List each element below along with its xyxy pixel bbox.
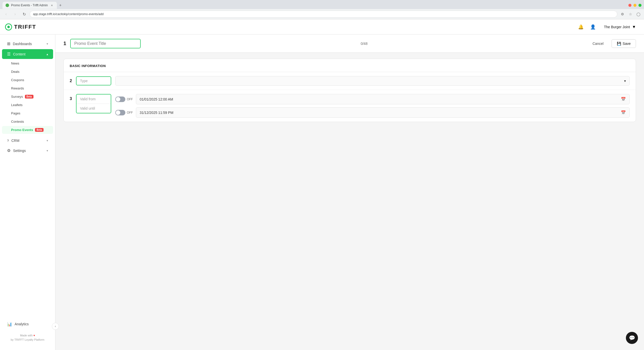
valid-until-toggle-track[interactable]: [115, 110, 125, 115]
sidebar-item-analytics[interactable]: 📊 Analytics: [2, 319, 53, 329]
content-area: 1 0/48 Cancel 💾 Save BASIC INFORMATION 2: [55, 35, 644, 350]
save-icon: 💾: [617, 42, 621, 46]
valid-from-toggle-track[interactable]: [115, 97, 125, 102]
sidebar-item-leaflets[interactable]: Leaflets: [2, 101, 53, 109]
promo-event-title-input[interactable]: [70, 39, 141, 48]
tab-bar: Promo Events - Trifft Admin ✕ +: [0, 0, 644, 9]
logo: TRIFFT: [5, 23, 36, 30]
tab-title: Promo Events - Trifft Admin: [11, 4, 48, 7]
app: TRIFFT 🔔 👤 The Burger Joint ▼ ⊞ Dashboar…: [0, 19, 644, 350]
valid-until-label: Valid until: [77, 104, 111, 113]
surveys-beta-badge: Beta: [25, 95, 33, 99]
user-menu-chevron: ▼: [632, 25, 636, 29]
valid-from-label: Valid from: [77, 94, 111, 104]
valid-from-toggle-label: OFF: [127, 98, 133, 101]
window-maximize[interactable]: [638, 4, 641, 7]
valid-from-toggle[interactable]: OFF: [115, 97, 133, 102]
crm-chevron: ▾: [47, 139, 48, 142]
sidebar-item-deals[interactable]: Deals: [2, 68, 53, 76]
validity-labels: Valid from Valid until: [76, 94, 111, 113]
footer-line2: by TRIFFT Loyalty Platform: [5, 338, 50, 342]
sidebar-item-rewards[interactable]: Rewards: [2, 84, 53, 92]
window-minimize[interactable]: [633, 4, 636, 7]
logo-text: TRIFFT: [14, 24, 36, 30]
sidebar-item-dashboards[interactable]: ⊞ Dashboards ▾: [2, 39, 53, 49]
back-button[interactable]: ‹: [3, 11, 10, 18]
page-header: 1 0/48 Cancel 💾 Save: [55, 35, 644, 53]
refresh-button[interactable]: ↻: [21, 11, 28, 18]
sidebar-item-surveys[interactable]: Surveys Beta: [2, 93, 53, 101]
user-menu[interactable]: The Burger Joint ▼: [601, 23, 639, 31]
news-label: News: [11, 61, 19, 65]
restaurant-name: The Burger Joint: [604, 25, 630, 29]
char-count: 0/48: [145, 42, 583, 46]
extension-icon[interactable]: ⚙: [619, 11, 625, 17]
sidebar-item-contests[interactable]: Contests: [2, 118, 53, 125]
active-tab[interactable]: Promo Events - Trifft Admin ✕: [3, 2, 57, 9]
valid-from-calendar-icon: 📅: [621, 97, 626, 102]
type-row: 2 Type ▾: [64, 72, 636, 90]
valid-from-date-input[interactable]: 01/01/2025 12:00 AM 📅: [136, 94, 630, 104]
surveys-label: Surveys: [11, 95, 23, 99]
address-bar-row: ‹ › ↻ app.stage.trifft.io/cacitokiy/cont…: [0, 9, 644, 19]
new-tab-button[interactable]: +: [57, 2, 64, 9]
sidebar-item-content[interactable]: ☰ Content ▴: [2, 49, 53, 59]
step-indicator: 1: [63, 41, 66, 46]
main-layout: ⊞ Dashboards ▾ ☰ Content ▴ News Deals Co…: [0, 35, 644, 350]
deals-label: Deals: [11, 70, 19, 74]
browser-icons: ⚙ ☆ ◯: [619, 11, 641, 17]
validity-step-indicator: 3: [70, 94, 72, 101]
valid-until-calendar-icon: 📅: [621, 110, 626, 115]
forward-button[interactable]: ›: [12, 11, 19, 18]
sidebar-footer: Made with ♥ by TRIFFT Loyalty Platform: [0, 329, 55, 346]
top-nav-right: 🔔 👤 The Burger Joint ▼: [577, 23, 639, 31]
sidebar-item-crm[interactable]: ? CRM ▾: [2, 136, 53, 145]
user-icon: 👤: [590, 24, 596, 30]
valid-until-date-value: 31/12/2025 11:59 PM: [140, 111, 173, 115]
crm-label: CRM: [11, 139, 44, 143]
sidebar: ⊞ Dashboards ▾ ☰ Content ▴ News Deals Co…: [0, 35, 55, 350]
logo-inner-dot: [7, 26, 10, 28]
window-close[interactable]: [628, 4, 631, 7]
type-step-indicator: 2: [70, 79, 72, 83]
rewards-label: Rewards: [11, 86, 24, 90]
sidebar-collapse-button[interactable]: ‹: [52, 323, 59, 330]
valid-until-toggle[interactable]: OFF: [115, 110, 133, 115]
dashboards-label: Dashboards: [13, 42, 44, 46]
settings-label: Settings: [13, 149, 44, 153]
pages-label: Pages: [11, 111, 20, 115]
address-bar[interactable]: app.stage.trifft.io/cacitokiy/content/pr…: [30, 11, 617, 18]
top-nav: TRIFFT 🔔 👤 The Burger Joint ▼: [0, 19, 644, 35]
header-actions: Cancel 💾 Save: [587, 39, 636, 48]
section-title: BASIC INFORMATION: [64, 59, 636, 72]
type-dropdown[interactable]: ▾: [115, 76, 630, 86]
save-label: Save: [623, 42, 631, 46]
notification-button[interactable]: 🔔: [577, 23, 585, 31]
form-card: BASIC INFORMATION 2 Type ▾ 3 Valid from: [63, 59, 636, 122]
valid-until-row: OFF 31/12/2025 11:59 PM 📅: [115, 107, 630, 118]
type-label: Type: [76, 76, 111, 85]
url-text: app.stage.trifft.io/cacitokiy/content/pr…: [33, 12, 104, 16]
sidebar-item-settings[interactable]: ⚙ Settings ▾: [2, 146, 53, 155]
valid-until-date-input[interactable]: 31/12/2025 11:59 PM 📅: [136, 107, 630, 118]
sidebar-item-pages[interactable]: Pages: [2, 109, 53, 117]
bookmark-icon[interactable]: ☆: [627, 11, 633, 17]
user-icon-button[interactable]: 👤: [589, 23, 597, 31]
dashboards-icon: ⊞: [7, 41, 10, 46]
tab-close-button[interactable]: ✕: [50, 3, 54, 7]
cancel-button[interactable]: Cancel: [587, 40, 609, 48]
promo-events-beta-badge: Beta: [35, 128, 44, 132]
heart-icon: ♥: [33, 334, 35, 337]
coupons-label: Coupons: [11, 78, 24, 82]
dashboards-chevron: ▾: [47, 42, 48, 46]
profile-icon[interactable]: ◯: [635, 11, 641, 17]
chat-bubble[interactable]: 💬: [626, 332, 638, 344]
valid-from-row: OFF 01/01/2025 12:00 AM 📅: [115, 94, 630, 104]
promo-events-label: Promo Events: [11, 128, 33, 132]
sidebar-item-news[interactable]: News: [2, 59, 53, 67]
sidebar-item-promo-events[interactable]: Promo Events Beta: [2, 126, 53, 134]
sidebar-item-coupons[interactable]: Coupons: [2, 76, 53, 84]
save-button[interactable]: 💾 Save: [612, 39, 636, 48]
browser-chrome: Promo Events - Trifft Admin ✕ + ‹ › ↻ ap…: [0, 0, 644, 19]
content-chevron: ▴: [47, 52, 48, 56]
